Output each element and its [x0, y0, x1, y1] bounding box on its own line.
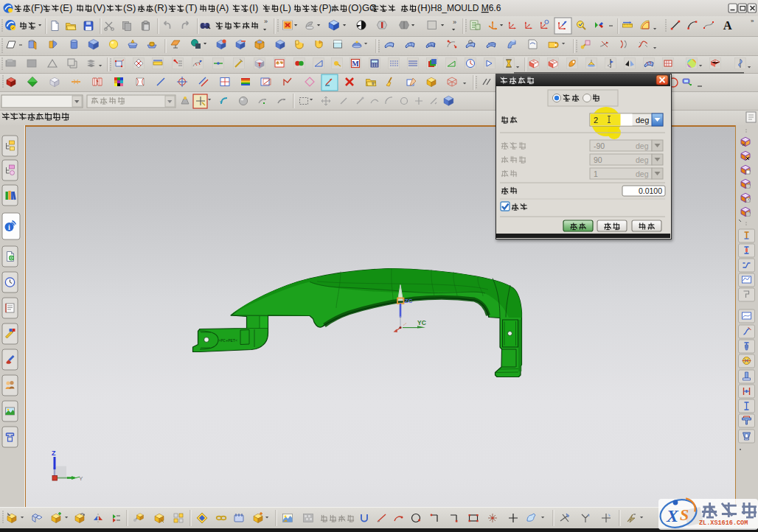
svg-text:90: 90: [594, 155, 602, 164]
svg-text:deg: deg: [636, 141, 649, 150]
svg-text:2: 2: [594, 116, 598, 125]
svg-text:0.0100: 0.0100: [639, 186, 662, 195]
svg-text:deg: deg: [636, 169, 649, 178]
svg-text:deg: deg: [636, 116, 649, 125]
svg-text:1: 1: [594, 169, 598, 178]
svg-text:deg: deg: [636, 155, 649, 164]
svg-text:-90: -90: [594, 141, 605, 150]
